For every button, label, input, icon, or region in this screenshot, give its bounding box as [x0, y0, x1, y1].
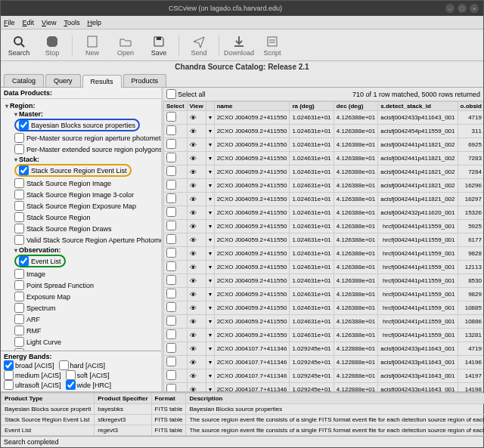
new-button[interactable]: New — [77, 31, 107, 60]
col-header[interactable] — [206, 102, 214, 111]
row-select[interactable] — [166, 357, 176, 366]
view-icon[interactable]: 👁 — [190, 196, 197, 203]
tree-item[interactable]: Light Curve — [14, 336, 160, 348]
view-icon[interactable]: 👁 — [190, 359, 197, 366]
row-select[interactable] — [166, 343, 176, 353]
row-select[interactable] — [166, 112, 176, 122]
select-all-checkbox[interactable]: Select all — [166, 89, 206, 99]
table-row[interactable]: 👁▾2CXO J004059.2+4115501.024631e+014.126… — [164, 152, 484, 165]
band-hardacis[interactable]: hard [ACIS] — [59, 360, 106, 370]
view-icon[interactable]: 👁 — [190, 114, 197, 122]
tree-item[interactable]: Bayesian Blocks source properties — [14, 118, 160, 132]
view-icon[interactable]: 👁 — [190, 264, 197, 271]
close-icon[interactable]: × — [470, 4, 479, 13]
tree-item[interactable]: Event List — [14, 254, 160, 268]
view-icon[interactable]: 👁 — [190, 250, 197, 258]
tree-checkbox[interactable] — [14, 190, 24, 199]
row-select[interactable] — [166, 166, 176, 176]
view-icon[interactable]: 👁 — [190, 168, 197, 176]
view-icon[interactable]: 👁 — [190, 223, 197, 230]
row-select[interactable] — [166, 316, 176, 326]
row-select[interactable] — [166, 384, 176, 391]
tree-item[interactable]: Spectrum — [14, 302, 160, 314]
tree-checkbox[interactable] — [14, 314, 24, 324]
table-row[interactable]: 👁▾2CXO J004059.2+4115501.024631e+014.126… — [164, 165, 484, 179]
tree-checkbox[interactable] — [14, 280, 24, 290]
row-select[interactable] — [166, 275, 176, 285]
row-select[interactable] — [166, 125, 176, 135]
row-select[interactable] — [166, 329, 176, 339]
table-row[interactable]: 👁▾2CXO J004059.2+4115501.024631e+014.126… — [164, 233, 484, 247]
menu-view[interactable]: View — [42, 19, 56, 26]
view-icon[interactable]: 👁 — [190, 155, 197, 162]
view-icon[interactable]: 👁 — [190, 386, 197, 392]
view-icon[interactable]: 👁 — [190, 236, 197, 244]
table-row[interactable]: 👁▾2CXO J004107.7+4113461.029245e+014.122… — [164, 356, 484, 369]
tree-checkbox[interactable] — [14, 326, 24, 335]
col-header[interactable]: Format — [151, 394, 186, 404]
tree-item[interactable]: Per-Master source region aperture photom… — [14, 132, 160, 144]
col-header[interactable]: name — [214, 102, 290, 111]
view-icon[interactable]: 👁 — [190, 141, 197, 149]
view-icon[interactable]: 👁 — [190, 182, 197, 190]
tree-checkbox[interactable] — [14, 235, 24, 245]
script-button[interactable]: Script — [257, 31, 287, 60]
view-icon[interactable]: 👁 — [190, 304, 197, 312]
table-row[interactable]: 👁▾2CXO J004107.7+4113461.029245e+014.122… — [164, 383, 484, 392]
menu-tools[interactable]: Tools — [64, 19, 79, 26]
product-row[interactable]: Stack Source Region Event Liststkregevt3… — [2, 415, 485, 425]
tree-item[interactable]: ARF — [14, 314, 160, 325]
row-select[interactable] — [166, 193, 176, 203]
tab-query[interactable]: Query — [45, 74, 81, 87]
menu-help[interactable]: Help — [87, 19, 101, 26]
table-row[interactable]: 👁▾2CXO J004059.2+4115501.024631e+014.126… — [164, 193, 484, 206]
band-broadacis[interactable]: broad [ACIS] — [4, 360, 54, 370]
table-row[interactable]: 👁▾2CXO J004059.2+4115501.024631e+014.126… — [164, 111, 484, 125]
row-select[interactable] — [166, 153, 176, 162]
row-select[interactable] — [166, 248, 176, 258]
menu-file[interactable]: File — [4, 19, 15, 26]
send-button[interactable]: Send — [184, 31, 214, 60]
band-ultrasoftacis[interactable]: ultrasoft [ACIS] — [4, 380, 61, 390]
table-row[interactable]: 👁▾2CXO J004059.2+4115501.024631e+014.126… — [164, 261, 484, 274]
view-icon[interactable]: 👁 — [190, 209, 197, 217]
view-icon[interactable]: 👁 — [190, 291, 197, 298]
row-select[interactable] — [166, 234, 176, 244]
row-select[interactable] — [166, 302, 176, 312]
save-button[interactable]: Save — [144, 31, 174, 60]
tree-item[interactable]: Per-Master extended source region polygo… — [14, 144, 160, 155]
band-widehrc[interactable]: wide [HRC] — [66, 380, 112, 390]
band-mediumacis[interactable]: medium [ACIS] — [4, 370, 61, 380]
row-select[interactable] — [166, 261, 176, 271]
tree-checkbox[interactable] — [14, 133, 24, 143]
tree-checkbox[interactable] — [14, 224, 24, 233]
row-select[interactable] — [166, 221, 176, 230]
tree-checkbox[interactable] — [19, 120, 29, 130]
tree-item[interactable]: Stack Source Region — [14, 212, 160, 223]
col-header[interactable]: ra (deg) — [290, 102, 334, 111]
stop-button[interactable]: Stop — [37, 31, 67, 60]
table-row[interactable]: 👁▾2CXO J004059.2+4115501.024631e+014.126… — [164, 329, 484, 342]
table-row[interactable]: 👁▾2CXO J004059.2+4115501.024631e+014.126… — [164, 301, 484, 315]
tree-item[interactable]: Stack Source Region Event List — [14, 163, 160, 178]
tree-checkbox[interactable] — [14, 292, 24, 301]
table-row[interactable]: 👁▾2CXO J004107.7+4113461.029245e+014.122… — [164, 369, 484, 383]
tree-item[interactable]: Exposure Map — [14, 291, 160, 302]
tree-item[interactable]: Stack Source Region Exposure Map — [14, 200, 160, 212]
tab-catalog[interactable]: Catalog — [4, 74, 44, 87]
row-select[interactable] — [166, 289, 176, 298]
col-header[interactable]: View — [187, 102, 206, 111]
tree-item[interactable]: Stack Source Region Image — [14, 178, 160, 189]
col-header[interactable]: dec (deg) — [334, 102, 377, 111]
search-button[interactable]: Search — [4, 31, 34, 60]
row-select[interactable] — [166, 370, 176, 380]
col-header[interactable]: Product Type — [2, 394, 95, 404]
row-select[interactable] — [166, 207, 176, 217]
table-row[interactable]: 👁▾2CXO J004059.2+4115501.024631e+014.126… — [164, 247, 484, 261]
tree-item[interactable]: Valid Stack Source Region Aperture Photo… — [14, 234, 160, 246]
product-row[interactable]: Event Listregevt3FITS tableThe source re… — [2, 425, 485, 436]
band-softacis[interactable]: soft [ACIS] — [66, 370, 110, 380]
tree-checkbox[interactable] — [14, 269, 24, 279]
view-icon[interactable]: 👁 — [190, 128, 197, 135]
tree-item[interactable]: Image — [14, 268, 160, 280]
